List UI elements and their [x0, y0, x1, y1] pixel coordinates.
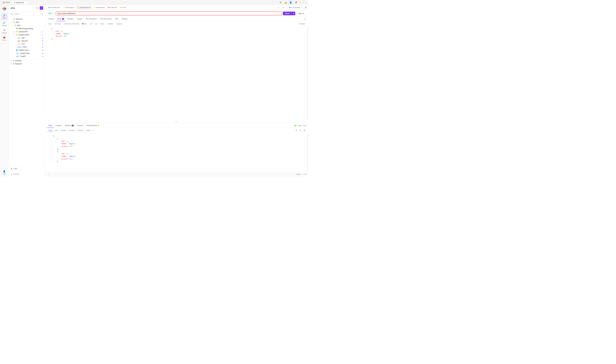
cookies-label: Cookies [77, 18, 83, 20]
active-tab-label: sample test [16, 1, 24, 3]
sidebar-item-walkthrough[interactable]: 🐾 Walk through Apidog [9, 27, 45, 30]
response-tab-console[interactable]: Console [76, 123, 85, 128]
body-type-none[interactable]: none [47, 22, 53, 25]
close-tab-icon[interactable]: × [25, 2, 26, 3]
beautify-button[interactable]: ✨ Beautify [296, 22, 306, 25]
invite-label: Invite [3, 173, 6, 175]
sidebar-item-get[interactable]: GET GET [9, 36, 45, 39]
local-mock-button[interactable]: lo Local Mock ▼ [288, 6, 304, 9]
avatar[interactable]: 👤 [289, 0, 293, 4]
home-tab[interactable]: 🏠 Home [1, 1, 11, 4]
format-tab-preview[interactable]: Preview [60, 129, 67, 132]
bell-icon[interactable]: 🔔 [284, 0, 288, 4]
sidebar-item-post[interactable]: POST POST [9, 46, 45, 49]
cookies-label[interactable]: Cookies [296, 173, 301, 175]
search-input[interactable] [13, 12, 41, 15]
tab-params[interactable]: Params [47, 17, 55, 21]
sidebar-item-invite[interactable]: 👤 Invite [1, 169, 8, 176]
main-layout: 🔗 APIs 🧪 Testing ⚙ Settings 📤 Share 👤 In… [0, 5, 308, 177]
filter-button[interactable]: ⚗ [36, 6, 39, 10]
settings-icon[interactable]: ⚙ [305, 173, 306, 175]
search-response-button[interactable]: 🔍 [303, 129, 306, 132]
req-tab-new-2[interactable]: ⚡ New Request [92, 6, 106, 9]
apidog-logo: ✦ APIDOG [9, 171, 45, 177]
beautify-icon: ✨ [297, 23, 299, 25]
sidebar-item-apis-group[interactable]: ▼ 🔧 APIs [9, 21, 45, 24]
request-tabs-bar: GET FastAPI Task ⚡ New Request ⚡ New Req… [45, 5, 308, 10]
json-radio-button[interactable] [82, 23, 84, 25]
body-type-form-data[interactable]: form-data [53, 22, 62, 25]
save-button[interactable]: Save ▼ [296, 12, 306, 15]
body-type-msgpack[interactable]: msgpack [115, 22, 123, 25]
url-input[interactable]: http://localhost:8000/items [56, 12, 282, 15]
send-button[interactable]: Send [283, 12, 292, 15]
send-dropdown-button[interactable]: ▼ [292, 12, 295, 15]
maximize-button[interactable]: □ [302, 1, 304, 3]
url-bar: GET ▼ http://localhost:8000/items Send ▼… [45, 10, 308, 17]
tab-pre-processors[interactable]: Pre Processors [85, 17, 98, 21]
encoding-select[interactable]: utf8 ▼ [86, 129, 91, 132]
tab-cookies[interactable]: Cookies [76, 17, 84, 21]
response-tab-headers[interactable]: Headers 4 [63, 123, 75, 128]
sidebar-item-apis[interactable]: 🔗 APIs [1, 13, 8, 20]
collapse-button[interactable]: « [47, 173, 51, 176]
req-tab-delete[interactable]: DEL DELETE [106, 6, 118, 9]
active-tab[interactable]: ✦ sample test × [12, 1, 28, 4]
close-button[interactable]: × [305, 1, 307, 3]
json-format-select[interactable]: JSON ▼ [77, 129, 84, 132]
add-tab-button[interactable]: + [277, 6, 280, 9]
format-tab-pretty[interactable]: Pretty [47, 129, 53, 132]
req-tab-new-active[interactable]: ⚡ New Request [76, 6, 92, 9]
add-button[interactable]: + [40, 6, 43, 10]
menu-icon[interactable]: ☰ [305, 6, 307, 9]
body-type-json[interactable]: json [81, 22, 88, 25]
more-tabs-button[interactable]: ••• [281, 6, 285, 9]
sidebar-item-share[interactable]: 📤 Share [1, 35, 8, 42]
request-body-editor[interactable]: 1 { 2 "id": 1, 3 "name": "Apple", 4 "pri… [45, 26, 308, 120]
download-button[interactable]: ⬇ [295, 129, 298, 132]
copy-button[interactable]: ⎘ [299, 129, 302, 132]
sidebar-item-root[interactable]: 📁 Root [9, 24, 45, 27]
trash-item[interactable]: 🗑 Trash [11, 167, 43, 170]
tab-settings[interactable]: Settings [120, 17, 129, 21]
req-tab-fastapi-task[interactable]: GET FastAPI Task [47, 6, 62, 9]
pin-icon[interactable]: 📌 [294, 0, 298, 4]
sidebar-item-schemas[interactable]: ▶ ⊙ Schemas [9, 59, 45, 62]
response-tab-actual-request[interactable]: Actual Request [85, 123, 101, 128]
method-select[interactable]: GET ▼ [47, 12, 55, 15]
format-tab-raw[interactable]: Raw [54, 129, 59, 132]
body-type-binary[interactable]: binary [99, 22, 105, 25]
sidebar-item-fastapi-demo[interactable]: 🌐 FastAPI Demo [9, 49, 45, 52]
expand-icon[interactable]: ↕ [303, 173, 303, 175]
sidebar-item-put[interactable]: PUT PUT [9, 42, 45, 46]
sidebar-item-settings[interactable]: ⚙ Settings [1, 28, 8, 35]
response-tab-cookies[interactable]: Cookies [54, 123, 63, 128]
sidebar-item-requests[interactable]: ▶ ⊙ Requests [9, 62, 45, 65]
sidebar-item-overview[interactable]: 📋 Overview [9, 17, 45, 21]
settings-icon[interactable]: ⚙ [279, 0, 283, 4]
filter-icon[interactable]: ⚗ [41, 13, 43, 15]
body-type-raw[interactable]: raw [94, 22, 99, 25]
sidebar-item-fastapi[interactable]: GET FastAPI [9, 55, 45, 58]
req-tab-new-1[interactable]: ⚡ New Request [62, 6, 76, 9]
body-type-graphql[interactable]: GraphQL [106, 22, 115, 25]
req-tab-put[interactable]: PUT PUT [118, 6, 128, 9]
tab-headers[interactable]: Headers [66, 17, 75, 21]
sidebar-item-delete[interactable]: DEL DELETE [9, 39, 45, 43]
format-tab-visualize[interactable]: Visualize [68, 129, 76, 132]
body-type-xml[interactable]: xml [89, 22, 93, 25]
tab-post-processors[interactable]: Post Processors [99, 17, 113, 21]
response-tab-body[interactable]: Body [47, 123, 54, 128]
drag-separator[interactable]: • • • [45, 120, 308, 123]
body-type-urlencoded[interactable]: x-www-form-urlencoded [62, 22, 80, 25]
sidebar-item-fastapi-task[interactable]: GET FastAPI Task [9, 52, 45, 55]
code-toggle-button[interactable]: ⟨/⟩ [304, 18, 306, 20]
tab-label: New Request [80, 7, 89, 8]
wrap-lines-button[interactable]: ≡ [92, 129, 95, 132]
minimize-button[interactable]: — [299, 1, 301, 3]
sidebar-item-testing[interactable]: 🧪 Testing [1, 20, 8, 27]
sidebar-item-sample-apis[interactable]: ▶ 📁 Sample APIs (5) [9, 30, 45, 33]
tab-auth[interactable]: Auth [114, 17, 120, 21]
sidebar-item-fastapi-crud[interactable]: ▼ 📁 FastAPI CRUD (4) [9, 33, 45, 36]
tab-body[interactable]: Body 1 [56, 17, 65, 21]
